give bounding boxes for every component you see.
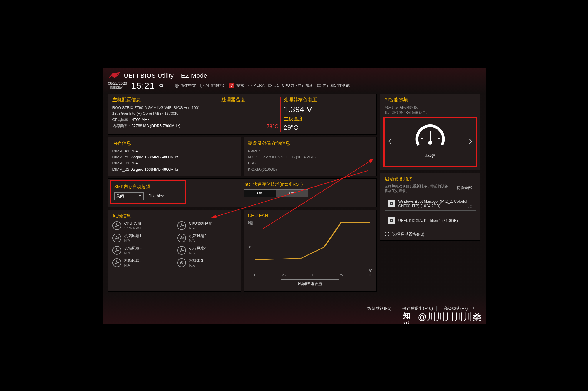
- svg-point-24: [181, 262, 182, 263]
- burst-icon: [385, 231, 390, 237]
- xmp-dropdown[interactable]: 关闭 ▼: [114, 192, 144, 200]
- fan-item: 机箱风扇5N/A: [112, 258, 172, 267]
- mem-freq-row: 内存频率：32768 MB (DDR5 7800MHz): [112, 123, 218, 129]
- rst-title: Intel 快速存储技术(Intel®RST): [244, 182, 372, 187]
- chevron-down-icon: ▼: [139, 194, 142, 198]
- divider: [169, 81, 169, 90]
- swap-all-button[interactable]: 切换全部: [453, 184, 476, 192]
- boot-order-panel: 启动设备顺序 选择并拖动项目以重新排序，靠前的设备将会优先启动。 切换全部 Wi…: [380, 173, 480, 241]
- memory-test-icon: [317, 83, 321, 88]
- svg-line-8: [251, 87, 252, 87]
- xmp-status: Disabled: [145, 194, 164, 198]
- search-button[interactable]: ? 搜索: [229, 83, 244, 88]
- fan-icon: [112, 258, 121, 267]
- ai-overclock-panel: AI智能超频 启用开启 AI智能超频。 此功能仅限带K处理器使用。: [380, 94, 480, 170]
- clock-time: 15:21: [131, 81, 155, 91]
- rst-on[interactable]: On: [244, 190, 276, 197]
- svg-line-37: [385, 232, 386, 233]
- svg-line-39: [388, 232, 389, 233]
- fan-item: 机箱风扇1N/A: [112, 233, 172, 243]
- x-unit: °C: [369, 269, 372, 273]
- svg-line-10: [248, 87, 249, 87]
- nvme-device: M.2_2: Colorful CN700 1TB (1024.2GB): [248, 154, 372, 160]
- xmp-highlight-box: XMP内存自动超频 关闭 ▼ Disabled: [110, 180, 186, 204]
- fan-item: 机箱风扇3N/A: [112, 246, 172, 255]
- svg-line-7: [248, 84, 249, 84]
- advanced-mode-button[interactable]: 高级模式(F7): [440, 306, 478, 311]
- usb-device: KIOXIA (31.0GB): [248, 167, 372, 173]
- svg-line-38: [388, 235, 389, 236]
- fan-icon: [177, 221, 186, 230]
- disk-icon: [388, 217, 395, 224]
- dimm-slot: DIMM_B1: N/A: [112, 160, 237, 167]
- rst-off[interactable]: Off: [276, 190, 308, 197]
- system-info-panel: 主机配置信息 ROG STRIX Z790-A GAMING WIFI BIOS…: [108, 94, 377, 135]
- language-selector[interactable]: 简体中文: [174, 83, 196, 88]
- ai-desc: 启用开启 AI智能超频。 此功能仅限带K处理器使用。: [385, 105, 476, 115]
- watermark: 知乎 @川川川川川桑: [403, 311, 482, 323]
- vcore-value: 1.394 V: [284, 105, 372, 114]
- svg-point-27: [421, 138, 423, 139]
- fan-curve-chart[interactable]: 100 50 0 25 50 75 100: [255, 222, 370, 272]
- fan-info-panel: 风扇信息 CPU 风扇1776 RPMCPU额外风扇N/A机箱风扇1N/A机箱风…: [108, 210, 241, 292]
- cpu-model: 13th Gen Intel(R) Core(TM) i7-13700K: [112, 111, 218, 117]
- svg-line-9: [251, 84, 252, 84]
- cpu-mem-accel-button[interactable]: 启用CPU访问显存加速: [268, 83, 313, 88]
- boot-device-item[interactable]: Windows Boot Manager (M.2_2: Colorful CN…: [385, 197, 476, 211]
- question-badge-icon: ?: [229, 83, 235, 88]
- gear-icon[interactable]: ✿: [159, 82, 163, 89]
- fan-icon: [177, 246, 186, 255]
- ai-chip-icon: [199, 83, 204, 88]
- svg-point-17: [181, 225, 182, 226]
- svg-point-18: [116, 237, 117, 238]
- fan-item: CPU 风扇1776 RPM: [112, 221, 172, 230]
- svg-point-30: [391, 203, 392, 204]
- exit-arrow-icon: [470, 306, 475, 311]
- day-text: Thursday: [108, 86, 127, 89]
- dimm-slot: DIMM_A1: N/A: [112, 148, 237, 154]
- storage-info-panel: 硬盘及外置存储信息 NVME: M.2_2: Colorful CN700 1T…: [244, 137, 377, 176]
- zhihu-logo-icon: 知乎: [403, 311, 415, 323]
- cpu-fan-chart-panel: CPU FAN % 100 50 0 25 50 75 100: [244, 210, 377, 292]
- svg-rect-11: [268, 85, 271, 86]
- cpu-temp-value: 78°C: [266, 124, 278, 130]
- fan-icon: [112, 234, 121, 242]
- app-title: UEFI BIOS Utility – EZ Mode: [124, 72, 207, 79]
- fan-item: 机箱风扇4N/A: [177, 246, 237, 255]
- boot-desc: 选择并拖动项目以重新排序，靠前的设备将会优先启动。: [385, 184, 450, 194]
- fan-icon: [112, 221, 121, 230]
- choose-boot-device-button[interactable]: 选择启动设备(F8): [385, 231, 476, 237]
- ai-mode-highlight-box: 平衡: [383, 117, 477, 167]
- rog-logo-icon: [108, 72, 121, 79]
- vcore-box: 处理器核心电压 1.394 V 主板温度 29°C: [280, 97, 372, 132]
- rst-toggle[interactable]: On Off: [244, 189, 308, 197]
- cpu-freq-row: CPU频率：4700 MHz: [112, 117, 218, 123]
- ai-prev-button[interactable]: [386, 137, 394, 147]
- globe-icon: [174, 83, 179, 88]
- footer-bar: 恢复默认(F5) 保存后退出(F10) 高级模式(F7): [103, 306, 486, 311]
- xmp-title: XMP内存自动超频: [114, 184, 181, 189]
- mem-stability-button[interactable]: 内存稳定性测试: [317, 83, 350, 88]
- fan-item: 机箱风扇2N/A: [177, 233, 237, 243]
- gauge-icon: [414, 124, 446, 149]
- memory-info-panel: 内存信息 DIMM_A1: N/ADIMM_A2: Asgard 16384MB…: [108, 137, 241, 176]
- dimm-slot: DIMM_A2: Asgard 16384MB 4800MHz: [112, 154, 237, 160]
- ai-overclock-guide[interactable]: AI 超频指南: [199, 83, 226, 88]
- aura-button[interactable]: AURA: [248, 83, 264, 88]
- fan-icon: [112, 246, 121, 255]
- fan-speed-settings-button[interactable]: 风扇转速设置: [281, 279, 339, 288]
- drag-grip-icon: .::: [468, 204, 473, 209]
- cpu-temp-box: 处理器温度 78°C: [221, 97, 280, 132]
- fan-item: CPU额外风扇N/A: [177, 221, 237, 230]
- svg-point-16: [116, 225, 117, 226]
- ai-next-button[interactable]: [466, 137, 474, 147]
- boot-device-item[interactable]: UEFI: KIOXIA, Partition 1 (31.0GB).::: [385, 214, 476, 227]
- memory-speed-icon: [268, 83, 273, 88]
- aura-sun-icon: [248, 83, 252, 88]
- svg-line-40: [385, 235, 386, 236]
- mb-temp-value: 29°C: [284, 124, 372, 132]
- save-exit-button[interactable]: 保存后退出(F10): [399, 306, 436, 311]
- nvme-label: NVME:: [248, 148, 372, 154]
- restore-defaults-button[interactable]: 恢复默认(F5): [364, 306, 395, 311]
- svg-point-21: [181, 250, 182, 251]
